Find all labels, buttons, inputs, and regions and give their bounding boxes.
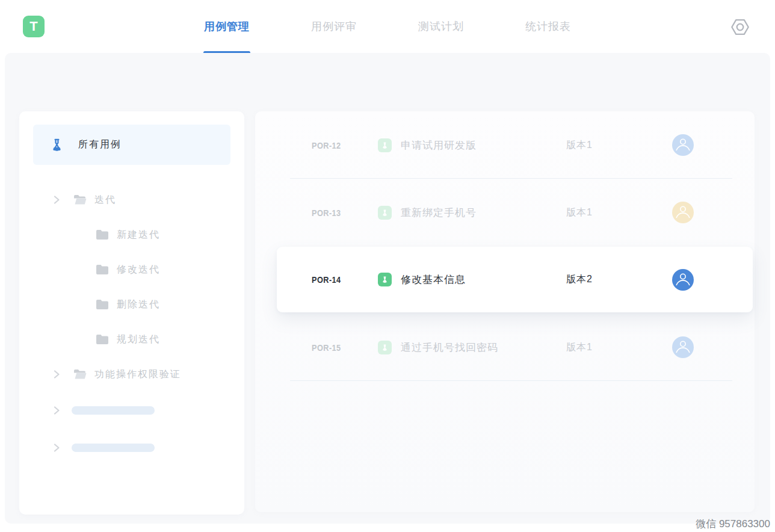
assignee-avatar [672, 202, 694, 223]
person-icon [672, 202, 694, 223]
folder-icon [96, 229, 109, 240]
top-navbar: T 用例管理 用例评审 测试计划 统计报表 [0, 0, 775, 53]
case-id: POR-15 [312, 342, 368, 353]
person-icon [672, 336, 694, 358]
sidebar-item-all-cases[interactable]: 所有用例 [33, 125, 230, 165]
person-icon [672, 269, 694, 291]
assignee-avatar [672, 134, 694, 156]
case-row-por-14[interactable]: POR-14 修改基本信息 版本2 [277, 247, 753, 312]
watermark-text: 微信 957863300 [696, 517, 770, 531]
chevron-right-icon[interactable] [51, 404, 63, 416]
skeleton-bar [72, 406, 155, 415]
assignee-avatar [672, 269, 694, 291]
case-version: 版本2 [566, 273, 672, 286]
tree-node-label: 新建迭代 [117, 229, 160, 241]
tree-node-label: 删除迭代 [117, 298, 160, 311]
folder-icon [96, 334, 109, 345]
folder-icon [96, 299, 109, 310]
case-type-icon [378, 206, 401, 220]
tab-label: 测试计划 [418, 19, 464, 34]
case-title: 通过手机号找回密码 [401, 341, 566, 354]
tab-statistics-report[interactable]: 统计报表 [525, 0, 571, 53]
tab-label: 用例管理 [204, 19, 250, 34]
flask-icon [50, 138, 64, 152]
tree-node-label: 修改迭代 [117, 264, 160, 276]
folder-open-icon [73, 369, 87, 380]
tree-node-iteration[interactable]: 迭代 [19, 182, 244, 217]
case-title: 修改基本信息 [401, 273, 566, 286]
tree-node-modify-iteration[interactable]: 修改迭代 [19, 252, 244, 287]
case-row-por-12[interactable]: POR-12 申请试用研发版 版本1 [277, 111, 753, 179]
tree-node-placeholder[interactable] [19, 392, 244, 429]
folder-open-icon [73, 194, 87, 205]
case-id: POR-12 [312, 140, 368, 150]
settings-button[interactable] [729, 16, 751, 38]
case-title: 申请试用研发版 [401, 138, 566, 152]
case-tree-sidebar: 所有用例 迭代 [19, 111, 244, 515]
case-list-panel: POR-12 申请试用研发版 版本1 POR-13 [255, 111, 755, 512]
tree-node-label: 规划迭代 [117, 333, 160, 346]
case-row-por-13[interactable]: POR-13 重新绑定手机号 版本1 [277, 179, 753, 246]
tab-label: 用例评审 [311, 19, 357, 34]
content-panel: 所有用例 新建用例 所有用例 [5, 53, 770, 524]
case-version: 版本1 [566, 341, 672, 354]
case-id: POR-13 [312, 208, 368, 218]
case-version: 版本1 [566, 139, 672, 152]
tab-case-management[interactable]: 用例管理 [204, 0, 250, 53]
case-type-icon [378, 341, 401, 354]
tree-node-plan-iteration[interactable]: 规划迭代 [19, 322, 244, 357]
tree-node-delete-iteration[interactable]: 删除迭代 [19, 287, 244, 322]
case-rows: POR-12 申请试用研发版 版本1 POR-13 [277, 111, 753, 381]
case-row-por-15[interactable]: POR-15 通过手机号找回密码 版本1 [277, 314, 753, 381]
tree-node-new-iteration[interactable]: 新建迭代 [19, 217, 244, 252]
case-id: POR-14 [312, 274, 368, 285]
tree-node-permission-verification[interactable]: 功能操作权限验证 [19, 357, 244, 392]
tree-node-label: 迭代 [94, 194, 116, 206]
case-type-icon [378, 273, 401, 286]
tree-node-label: 功能操作权限验证 [94, 368, 181, 381]
person-icon [672, 134, 694, 156]
tree-node-placeholder[interactable] [19, 429, 244, 466]
chevron-right-icon[interactable] [51, 368, 63, 380]
tab-label: 统计报表 [525, 19, 571, 34]
skeleton-bar [72, 444, 155, 452]
gear-icon [730, 17, 750, 37]
chevron-right-icon[interactable] [51, 442, 63, 454]
sidebar-item-label: 所有用例 [78, 138, 122, 151]
folder-tree: 迭代 新建迭代 修改迭代 [19, 182, 244, 466]
case-title: 重新绑定手机号 [401, 206, 566, 220]
folder-icon [96, 264, 109, 275]
tab-test-plan[interactable]: 测试计划 [418, 0, 464, 53]
main-tabs: 用例管理 用例评审 测试计划 统计报表 [0, 0, 775, 53]
case-type-icon [378, 138, 401, 152]
case-version: 版本1 [566, 206, 672, 219]
assignee-avatar [672, 336, 694, 358]
chevron-right-icon[interactable] [51, 194, 63, 206]
tab-case-review[interactable]: 用例评审 [311, 0, 357, 53]
